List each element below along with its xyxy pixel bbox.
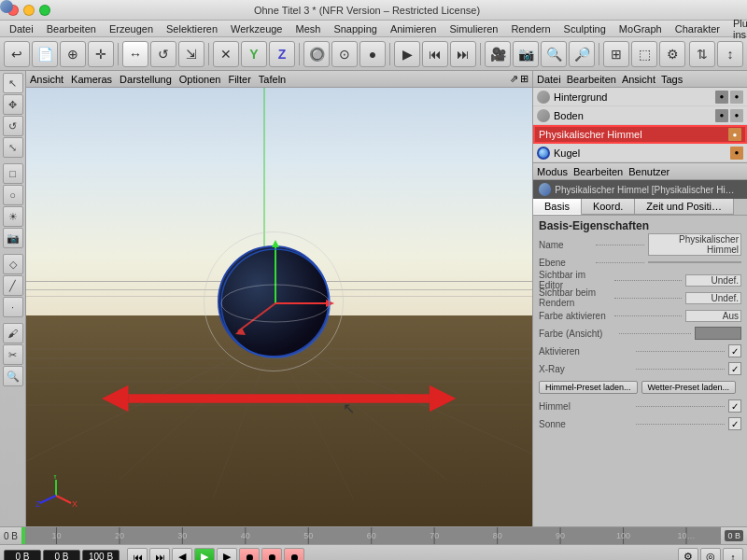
extra1[interactable]: ⇅: [689, 41, 715, 67]
timeline[interactable]: 0 B 10 20 30 40 50 60 70 80 90 100 10…: [0, 526, 747, 545]
menu-sculpting[interactable]: Sculpting: [558, 22, 612, 35]
tool2[interactable]: ✛: [88, 41, 114, 67]
vp-darstellung[interactable]: Darstellung: [120, 74, 172, 85]
left-sphere[interactable]: ○: [3, 185, 23, 205]
left-scale[interactable]: ⤡: [3, 137, 23, 158]
transport-record2[interactable]: ⏺: [261, 548, 282, 561]
left-cam[interactable]: 📷: [3, 228, 23, 248]
prop-ebene-value[interactable]: [648, 261, 741, 263]
menu-mesh[interactable]: Mesh: [289, 22, 326, 35]
left-rotate[interactable]: ↺: [3, 116, 23, 136]
transport-extra1[interactable]: ⚙: [678, 548, 698, 561]
settings-btn[interactable]: ⚙: [659, 41, 685, 67]
tab-koord[interactable]: Koord.: [582, 199, 635, 215]
scale-tool[interactable]: ⇲: [178, 41, 204, 67]
vp-ansicht[interactable]: Ansicht: [30, 74, 63, 85]
tool-y[interactable]: Y: [241, 41, 267, 67]
left-poly[interactable]: ◇: [3, 254, 23, 274]
prop-xray-checkbox[interactable]: [728, 362, 741, 375]
prop-name-value[interactable]: Physikalischer Himmel: [648, 233, 741, 256]
vp-tafeln[interactable]: Tafeln: [259, 74, 286, 85]
rotate-tool[interactable]: ↺: [150, 41, 176, 67]
tab-basis[interactable]: Basis: [533, 199, 582, 215]
transport-stepback[interactable]: ◀: [172, 548, 192, 561]
cam1[interactable]: 🎥: [485, 41, 511, 67]
obj-header-datei[interactable]: Datei: [537, 74, 561, 85]
tab-zeit[interactable]: Zeit und Positi…: [635, 199, 734, 215]
obj-vis3[interactable]: ●: [715, 109, 728, 122]
tool1[interactable]: ⊕: [60, 41, 86, 67]
prop-se-value[interactable]: Undef.: [685, 274, 741, 287]
left-move[interactable]: ✥: [3, 94, 23, 115]
prop-aktiv-checkbox[interactable]: [728, 344, 741, 357]
menu-snapping[interactable]: Snapping: [328, 22, 383, 35]
menu-animieren[interactable]: Animieren: [385, 22, 443, 35]
himmel-preset-btn[interactable]: Himmel-Preset laden...: [539, 381, 638, 394]
left-box[interactable]: □: [3, 163, 23, 184]
new-button[interactable]: 📄: [32, 41, 58, 67]
undo-button[interactable]: ↩: [4, 41, 30, 67]
obj-dot[interactable]: ●: [728, 128, 741, 141]
transport-play[interactable]: ▶: [194, 548, 215, 561]
prop-fa-value[interactable]: Aus: [685, 310, 741, 322]
menu-selektieren[interactable]: Selektieren: [161, 22, 223, 35]
left-select[interactable]: ↖: [3, 73, 23, 93]
obj-kugel[interactable]: Kugel ●: [533, 144, 747, 162]
obj-header-tags[interactable]: Tags: [661, 74, 683, 85]
prop-himmel-checkbox[interactable]: [728, 399, 741, 413]
menu-plugins[interactable]: Plug-ins: [727, 17, 747, 41]
obj-hintergrund[interactable]: Hintergrund ● ●: [533, 88, 747, 106]
prop-sr-value[interactable]: Undef.: [685, 292, 741, 304]
anim3[interactable]: ⏭: [450, 41, 476, 67]
render-btn[interactable]: 🔘: [303, 41, 330, 67]
vp-expand[interactable]: ⇗: [510, 73, 518, 85]
timeline-bar[interactable]: 10 20 30 40 50 60 70 80 90 100 10…: [21, 527, 721, 544]
menu-charakter[interactable]: Charakter: [669, 22, 726, 35]
obj-vis2[interactable]: ●: [730, 91, 743, 104]
transport-skipstart[interactable]: ⏮: [127, 548, 148, 561]
render2[interactable]: ⊙: [331, 41, 358, 67]
minimize-button[interactable]: [23, 5, 35, 16]
menu-werkzeuge[interactable]: Werkzeuge: [225, 22, 288, 35]
obj-vis4[interactable]: ●: [730, 109, 743, 122]
menu-bearbeiten[interactable]: Bearbeiten: [41, 22, 102, 35]
move-tool[interactable]: ↔: [122, 41, 148, 67]
grid-btn[interactable]: ⬚: [631, 41, 657, 67]
transport-extra2[interactable]: ◎: [700, 548, 721, 561]
anim1[interactable]: ▶: [394, 41, 420, 67]
menu-datei[interactable]: Datei: [4, 22, 39, 35]
cam3[interactable]: 🔍: [541, 41, 567, 67]
transport-extra3[interactable]: ↕: [723, 548, 743, 561]
tool-z[interactable]: Z: [269, 41, 295, 67]
sphere-object[interactable]: [218, 245, 330, 357]
left-mag[interactable]: 🔍: [3, 366, 23, 386]
left-paint[interactable]: 🖌: [3, 323, 23, 343]
transport-record[interactable]: ⏺: [239, 548, 260, 561]
anim2[interactable]: ⏮: [422, 41, 448, 67]
menu-rendern[interactable]: Rendern: [505, 22, 556, 35]
3d-viewport[interactable]: ↖ X Y Z: [26, 88, 532, 526]
render3[interactable]: ●: [359, 41, 386, 67]
obj-vis1[interactable]: ●: [715, 91, 728, 104]
left-knife[interactable]: ✂: [3, 344, 23, 365]
obj-boden[interactable]: Boden ● ●: [533, 106, 747, 125]
transport-end[interactable]: 100 B: [82, 550, 120, 560]
transport-skipend[interactable]: ⏭: [149, 548, 170, 561]
transport-record3[interactable]: ⏺: [284, 548, 304, 561]
kugel-dot[interactable]: ●: [730, 147, 743, 160]
obj-physhimmel[interactable]: Physikalischer Himmel ●: [533, 125, 747, 144]
traffic-lights[interactable]: [7, 5, 50, 16]
vp-kameras[interactable]: Kameras: [71, 74, 112, 85]
select-tool[interactable]: ✕: [213, 41, 239, 67]
menu-mograph[interactable]: MoGraph: [613, 22, 668, 35]
wetter-preset-btn[interactable]: Wetter-Preset laden...: [641, 381, 736, 394]
obj-header-bearbeiten[interactable]: Bearbeiten: [567, 74, 616, 85]
vp-filter[interactable]: Filter: [228, 74, 250, 85]
extra2[interactable]: ↕: [717, 41, 743, 67]
menu-simulieren[interactable]: Simulieren: [444, 22, 503, 35]
mode-benutzer[interactable]: Benutzer: [628, 166, 669, 177]
menu-erzeugen[interactable]: Erzeugen: [104, 22, 159, 35]
prop-color-swatch[interactable]: [695, 327, 741, 340]
maximize-button[interactable]: [39, 5, 50, 16]
mode-bearbeiten[interactable]: Bearbeiten: [573, 166, 623, 177]
